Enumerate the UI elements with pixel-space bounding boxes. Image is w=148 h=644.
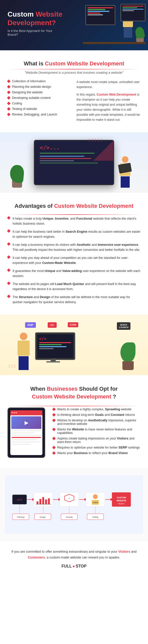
adv-text-4: It can help you stay ahead of your compe…: [13, 255, 140, 265]
when-diamond-1: [52, 408, 56, 411]
svg-text:Design: Design: [40, 516, 46, 518]
when-heading: When Businesses Should Opt for Custom We…: [8, 385, 140, 401]
device-dot-1: [12, 412, 13, 413]
what-right-p1: A website must create unique, unrivalled…: [77, 79, 140, 90]
device-line-5: [12, 441, 41, 442]
adv-diamond-6: [7, 281, 11, 285]
diamond-icon-4: [7, 96, 11, 100]
adv-item-6: The website and its pages will Load Much…: [8, 281, 140, 292]
hero-section: Custom Website Development? Is it the Be…: [0, 0, 148, 50]
when-diamond-5: [52, 437, 56, 440]
when-diamond-6: [52, 446, 56, 449]
what-heading-highlight: Custom Website Development: [45, 60, 124, 67]
plant-right: [120, 342, 135, 370]
bullet-1: Collection of information: [8, 79, 71, 83]
adv-diamond-7: [7, 295, 11, 298]
brand-logo: FULL ● STOP: [10, 564, 138, 569]
bullet-text-5: Coding: [12, 102, 22, 105]
when-heading-highlight1: Businesses: [47, 386, 78, 392]
diamond-icon-5: [7, 102, 11, 105]
tech-scene: PHP </> QUICKLAUNCH CODE </>: [5, 320, 143, 370]
svg-text:Testing: Testing: [92, 516, 98, 518]
when-bullet-6: Requires to optimize your website for be…: [53, 446, 140, 449]
svg-text:USER: USER: [93, 501, 98, 503]
bullet-7: Review, Debugging, and Launch: [8, 113, 71, 116]
when-bullet-3: Wishes to develop on Aesthetically impre…: [53, 419, 140, 426]
advantages-heading-part1: Advantages of: [15, 203, 54, 209]
adv-item-2: It can help the business rank better in …: [8, 229, 140, 239]
device-line-3: [12, 435, 41, 436]
advantages-list: It helps create a truly Unique, Inventiv…: [8, 216, 140, 305]
bullet-text-7: Review, Debugging, and Launch: [12, 113, 57, 116]
svg-text:</>: </>: [17, 498, 22, 501]
footer-text: If you are committed to offer something …: [10, 549, 138, 560]
what-right-text: A website must create unique, unrivalled…: [77, 79, 140, 122]
device-line-6: [12, 444, 31, 445]
what-content: Collection of information Planning the w…: [8, 79, 140, 122]
divider: [8, 69, 140, 69]
bullet-text-1: Collection of information: [12, 79, 46, 83]
adv-text-7: The Structure and Design of the website …: [13, 295, 140, 305]
when-bullet-text-3: Wishes to develop on Aesthetically impre…: [57, 419, 140, 426]
adv-item-5: It guarantees the most Unique and Value-…: [8, 268, 140, 278]
when-diamond-7: [52, 451, 56, 455]
device-line-1: [12, 430, 41, 431]
bullet-4: Developing suitable content: [8, 96, 71, 100]
adv-item-4: It can help you stay ahead of your compe…: [8, 255, 140, 265]
developer-illustration: [18, 333, 30, 370]
when-bullets: Wants to create a highly complex, Sprawl…: [53, 408, 140, 457]
decorative-dots: [89, 139, 103, 142]
footer-customers: Customers: [28, 555, 45, 559]
adv-text-2: It can help the business rank better in …: [13, 229, 140, 239]
when-bullet-2: Is thinking about long-term Goals and Co…: [53, 413, 140, 417]
bullet-2: Planning the website design: [8, 85, 71, 89]
svg-rect-6: [39, 499, 41, 504]
diamond-icon-2: [7, 85, 11, 89]
brand-dot: ●: [72, 564, 75, 569]
what-bullets: Collection of information Planning the w…: [8, 79, 71, 122]
svg-text:Planning: Planning: [17, 516, 24, 518]
diamond-icon-6: [7, 107, 11, 111]
what-heading: What is Custom Website Development: [8, 60, 140, 67]
bullet-text-3: Designing the website: [12, 91, 43, 94]
device-image-area: ▶: [11, 416, 41, 429]
device-dot-3: [16, 412, 17, 413]
when-bullet-1: Wants to create a highly complex, Sprawl…: [53, 408, 140, 411]
diamond-icon-1: [7, 79, 11, 83]
adv-item-7: The Structure and Design of the website …: [8, 295, 140, 305]
when-content: ▶ Wants to create a highly complex, Spra…: [8, 408, 140, 458]
svg-text:✓: ✓: [68, 497, 70, 499]
when-left-illustration: ▶: [8, 408, 48, 458]
svg-text:Security: Security: [66, 516, 72, 518]
adv-diamond-2: [7, 229, 11, 233]
when-diamond-4: [52, 428, 56, 431]
hero-illustration: [80, 3, 145, 48]
what-section: What is Custom Website Development "Webs…: [0, 50, 148, 132]
bullet-text-6: Testing of website: [12, 107, 37, 111]
device-image-icon: ▶: [25, 420, 28, 426]
brand-stop-text: STOP: [76, 564, 87, 569]
device-screen: ▶: [10, 410, 42, 455]
device-line-2: [12, 432, 34, 433]
svg-rect-5: [37, 501, 39, 504]
when-bullet-7: Wants your Business to reflect your Bran…: [53, 451, 140, 455]
advantages-heading-highlight: Custom Website Development: [54, 203, 133, 209]
when-bullet-5: Aspires create lasting impressions on yo…: [53, 437, 140, 444]
when-bullet-text-2: Is thinking about long-term Goals and Co…: [57, 413, 135, 417]
brand-name: FULL: [61, 564, 72, 569]
bullet-6: Testing of website: [8, 107, 71, 111]
svg-text:CUSTOM: CUSTOM: [117, 496, 126, 499]
adv-diamond-1: [7, 216, 11, 220]
laptop-mockup: </>...: [34, 140, 114, 185]
hero-title: Custom Website Development?: [8, 10, 78, 27]
decorative-dots-bottom: [9, 365, 16, 368]
diagram-section: </> ✓ USER: [0, 468, 148, 542]
launch-badge: QUICKLAUNCH: [117, 322, 130, 330]
adv-diamond-3: [7, 242, 11, 246]
footer-section: If you are committed to offer something …: [0, 541, 148, 573]
when-diamond-2: [52, 413, 56, 417]
advantages-heading: Advantages of Custom Website Development: [8, 203, 140, 209]
workflow-diagram: </> ✓ USER: [10, 480, 138, 528]
when-bullet-text-4: Wants the Website to have never-before f…: [57, 428, 140, 435]
what-heading-part1: What is: [24, 60, 45, 67]
